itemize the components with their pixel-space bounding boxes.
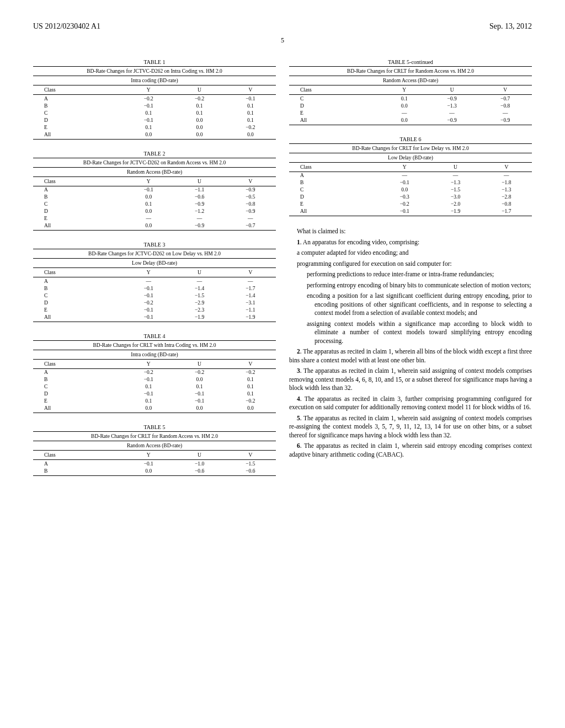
column-header: Class: [33, 268, 123, 277]
table-cell: A: [33, 277, 123, 285]
table-label: TABLE 6: [289, 136, 532, 142]
table-row: B0.0−0.6−0.5: [33, 194, 276, 201]
claim-line: 4. The apparatus as recited in claim 3, …: [289, 395, 532, 412]
table-cell: −0.6: [174, 467, 225, 475]
table-cell: All: [33, 222, 123, 231]
table-cell: —: [225, 215, 276, 222]
table-title: BD-Rate Changes for CRLT for Random Acce…: [289, 66, 532, 76]
table-cell: All: [289, 116, 383, 125]
column-header: U: [430, 163, 481, 172]
table-cell: −0.1: [225, 95, 276, 103]
data-table: TABLE 1BD-Rate Changes for JCTVC-D262 on…: [33, 59, 276, 140]
table-cell: 0.0: [174, 405, 225, 413]
table-row: B−0.1−1.3−1.8: [289, 179, 532, 186]
table-cell: −0.9: [174, 201, 225, 208]
table-cell: 0.0: [174, 116, 225, 124]
table-cell: 0.0: [123, 194, 174, 201]
table-cell: A: [33, 186, 123, 194]
table-subheader: Intra coding (BD-rate): [33, 350, 276, 360]
table-cell: −0.2: [379, 201, 430, 208]
table-cell: −2.9: [174, 299, 225, 306]
column-header: Class: [33, 85, 123, 95]
column-header: Y: [123, 360, 174, 369]
table-row: E———: [289, 109, 532, 116]
table-cell: −1.9: [430, 208, 481, 216]
table-cell: —: [123, 215, 174, 222]
table-cell: B: [33, 285, 123, 292]
column-header: U: [174, 360, 225, 369]
table-title: BD-Rate Changes for CRLT for Random Acce…: [33, 431, 276, 441]
table-cell: 0.0: [225, 131, 276, 139]
table-body: ClassYUVA−0.1−1.1−0.9B0.0−0.6−0.5C0.1−0.…: [33, 177, 276, 231]
column-header: V: [481, 163, 532, 172]
table-cell: 0.1: [123, 201, 174, 208]
data-table: TABLE 6BD-Rate Changes for CRLT for Low …: [289, 136, 532, 217]
table-cell: 0.1: [123, 398, 174, 405]
table-cell: −2.3: [174, 306, 225, 313]
table-row: C0.0−1.5−1.3: [289, 186, 532, 194]
table-row: C0.1−0.9−0.7: [289, 95, 532, 103]
table-cell: All: [33, 131, 123, 139]
table-cell: −0.1: [123, 376, 174, 383]
table-cell: −0.9: [425, 116, 479, 125]
table-cell: −1.1: [225, 306, 276, 313]
table-cell: −0.9: [425, 95, 479, 103]
column-header: Class: [289, 163, 379, 172]
table-cell: 0.0: [174, 124, 225, 131]
column-header: U: [425, 85, 479, 95]
table-cell: −0.1: [174, 398, 225, 405]
table-cell: −0.5: [225, 194, 276, 201]
table-cell: −1.9: [174, 313, 225, 322]
table-cell: 0.1: [225, 376, 276, 383]
table-cell: 0.1: [225, 109, 276, 116]
table-row: All0.00.00.0: [33, 405, 276, 413]
table-label: TABLE 3: [33, 242, 276, 248]
table-cell: −0.6: [225, 467, 276, 475]
table-row: D−0.10.00.1: [33, 116, 276, 124]
table-cell: —: [379, 172, 430, 179]
table-cell: −1.4: [174, 285, 225, 292]
claims-intro: What is claimed is:: [289, 227, 532, 236]
table-title: BD-Rate Changes for CRLT with Intra Codi…: [33, 340, 276, 350]
table-cell: −0.8: [225, 201, 276, 208]
table-cell: −0.7: [225, 222, 276, 231]
table-cell: −2.0: [430, 201, 481, 208]
column-header: Class: [33, 360, 123, 369]
table-cell: E: [33, 215, 123, 222]
table-cell: −0.1: [174, 390, 225, 398]
table-cell: C: [33, 201, 123, 208]
table-cell: −0.1: [123, 102, 174, 109]
column-header: Y: [123, 177, 174, 186]
table-cell: A: [33, 460, 123, 468]
table-cell: −0.1: [123, 116, 174, 124]
table-cell: 0.1: [225, 383, 276, 390]
table-row: A———: [33, 277, 276, 285]
data-table: TABLE 4BD-Rate Changes for CRLT with Int…: [33, 333, 276, 414]
table-cell: −0.9: [225, 186, 276, 194]
table-cell: 0.1: [225, 116, 276, 124]
column-header: Y: [123, 268, 174, 277]
table-cell: −2.8: [481, 194, 532, 201]
table-cell: −1.8: [481, 179, 532, 186]
table-row: All0.00.00.0: [33, 131, 276, 139]
table-cell: —: [174, 277, 225, 285]
table-cell: E: [33, 306, 123, 313]
table-cell: 0.0: [123, 222, 174, 231]
table-cell: −0.2: [174, 368, 225, 376]
column-header: U: [174, 268, 225, 277]
table-cell: —: [174, 215, 225, 222]
table-row: B−0.1−1.4−1.7: [33, 285, 276, 292]
table-cell: −3.0: [430, 194, 481, 201]
table-cell: −0.9: [225, 208, 276, 215]
table-cell: C: [33, 383, 123, 390]
table-cell: 0.1: [123, 124, 174, 131]
table-cell: −1.7: [225, 285, 276, 292]
column-header: V: [225, 360, 276, 369]
table-row: C−0.1−1.5−1.4: [33, 292, 276, 299]
table-row: All−0.1−1.9−1.9: [33, 313, 276, 322]
table-row: B0.0−0.6−0.6: [33, 467, 276, 475]
data-table: TABLE 2BD-Rate Changes for JCTVC-D262 on…: [33, 151, 276, 231]
column-header: U: [174, 451, 225, 460]
table-cell: —: [481, 172, 532, 179]
table-subheader: Low Delay (BD-rate): [33, 259, 276, 268]
